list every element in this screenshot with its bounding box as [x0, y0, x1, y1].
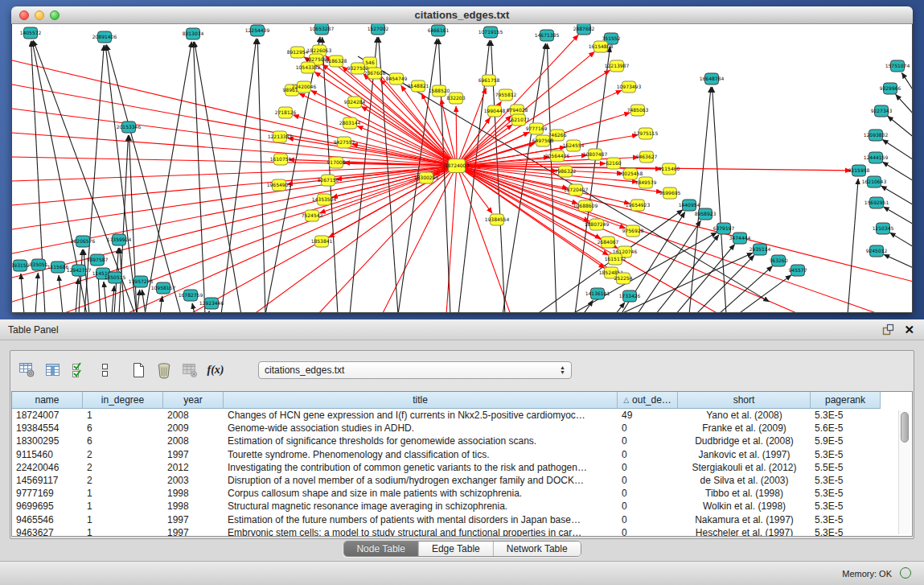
table-row[interactable]: 1830029562008Estimation of significance … [12, 435, 912, 447]
column-header-title[interactable]: title [224, 392, 618, 409]
graph-node-label: 15751074 [885, 63, 910, 68]
table-row[interactable]: 946362711997Embryonic stem cells: a mode… [12, 526, 912, 536]
selection-mode-button[interactable] [68, 360, 89, 381]
table-select-dropdown[interactable]: citations_edges.txt ▲▼ [258, 361, 572, 379]
graph-edge [318, 166, 457, 312]
delete-column-button[interactable] [154, 360, 175, 381]
column-header-in-degree[interactable]: in_degree [83, 392, 163, 409]
graph-node-label: 6497568 [532, 138, 554, 143]
table-cell: 0 [618, 474, 678, 487]
table-row[interactable]: 2242004622012Investigating the contribut… [12, 461, 912, 474]
graph-node-label: 20564436 [545, 153, 570, 159]
table-row[interactable]: 1456911722003Disruption of a novel membe… [12, 474, 912, 487]
column-header-name[interactable]: name [12, 392, 83, 409]
graph-node-label: 9827509 [306, 56, 327, 62]
graph-edge [884, 254, 912, 269]
graph-node-label: 7955812 [495, 92, 517, 97]
table-row[interactable]: 946554611997Estimation of the future num… [12, 513, 912, 526]
graph-edge [619, 253, 753, 312]
graph-node-label: 7986322 [555, 168, 577, 174]
table-row[interactable]: 1938455462009Genome-wide association stu… [12, 422, 912, 435]
table-row[interactable]: 1872400712008Changes of HCN gene express… [12, 409, 912, 422]
table-cell: 2 [83, 474, 163, 487]
table-cell: 9463627 [12, 526, 83, 536]
network-canvas[interactable]: 1405572208914068313074122544391065328715… [12, 24, 912, 312]
graph-node-label: 9148821 [408, 83, 429, 89]
close-window-button[interactable] [19, 10, 29, 20]
delete-table-button-disabled[interactable] [179, 360, 200, 381]
graph-node-label: 1849579 [635, 179, 657, 185]
table-cell: Estimation of the future numbers of pati… [224, 513, 618, 526]
graph-node-label: 9227343 [871, 108, 893, 113]
network-window-title: citations_edges.txt [11, 9, 913, 21]
tab-node-table[interactable]: Node Table [343, 542, 418, 556]
scrollbar-thumb[interactable] [901, 412, 909, 443]
graph-node-label: 6379197 [713, 225, 735, 231]
graph-node-label: 763260 [770, 257, 788, 263]
graph-node-label: 252254 [614, 275, 633, 281]
zoom-window-button[interactable] [50, 10, 60, 20]
table-cell: 2009 [163, 422, 224, 435]
tab-network-table[interactable]: Network Table [493, 542, 581, 556]
new-column-button[interactable] [128, 360, 149, 381]
graph-edge [12, 133, 457, 166]
table-cell: 1 [83, 513, 163, 526]
checkboxes-icon [70, 361, 88, 379]
graph-node-label: 8313074 [183, 31, 204, 36]
function-builder-button[interactable]: f(x) [205, 360, 226, 381]
close-panel-icon[interactable]: ✕ [904, 324, 914, 336]
row-height-button[interactable] [94, 360, 115, 381]
column-header-year[interactable]: year [163, 392, 224, 409]
graph-edge [288, 138, 457, 166]
table-cell: 5.3E-5 [811, 474, 881, 487]
graph-edge [883, 162, 912, 182]
graph-edge [896, 94, 912, 116]
window-controls [19, 10, 60, 20]
network-window-titlebar[interactable]: citations_edges.txt [11, 6, 913, 24]
table-row[interactable]: 977716911998Corpus callosum shape and si… [12, 487, 912, 500]
table-cell: 49 [618, 409, 678, 422]
table-row[interactable]: 969969511998Structural magnetic resonanc… [12, 500, 912, 513]
table-settings-button[interactable] [17, 360, 38, 381]
citation-graph[interactable]: 1405572208914068313074122544391065328715… [12, 24, 912, 312]
graph-node-label: 1527002 [368, 26, 389, 31]
graph-node-label: 9777169 [526, 126, 548, 131]
graph-edge [12, 166, 457, 302]
graph-node-label: 7524542 [302, 212, 323, 218]
table-panel-title: Table Panel [8, 324, 59, 336]
graph-node-label: 1624554 [563, 142, 585, 148]
table-cell: Nakamura et al. (1997) [678, 513, 811, 526]
vertical-scrollbar[interactable] [898, 410, 910, 534]
stacked-rows-icon [96, 361, 113, 379]
table-cell: de Silva et al. (2003) [678, 474, 811, 487]
graph-edge [119, 135, 128, 312]
float-panel-icon[interactable] [882, 323, 894, 336]
graph-node-label: 8454749 [386, 76, 408, 81]
graph-node-label: 10025458 [618, 171, 643, 176]
graph-node-label: 6961758 [478, 77, 500, 83]
tab-edge-table[interactable]: Edge Table [418, 542, 493, 556]
table-header-row: namein_degreeyeartitle△out_de…shortpager… [12, 392, 912, 409]
graph-edge [299, 93, 457, 166]
memory-status-indicator[interactable] [900, 567, 911, 579]
graph-edge [901, 72, 912, 93]
table-cell: Structural magnetic resonance image aver… [224, 500, 618, 513]
minimize-window-button[interactable] [35, 10, 44, 20]
graph-edge [76, 278, 78, 312]
graph-node-label: 18300295 [414, 175, 439, 180]
table-cell: 19384554 [12, 422, 83, 435]
column-header-out-de-[interactable]: △out_de… [618, 392, 678, 409]
graph-node-label: 12923446 [199, 300, 224, 306]
column-header-pagerank[interactable]: pagerank [811, 392, 881, 409]
graph-edge [888, 116, 912, 138]
table-row[interactable]: 911546021997Tourette syndrome. Phenomeno… [12, 448, 912, 461]
show-columns-button[interactable] [43, 360, 64, 381]
table-cell: 9465546 [12, 513, 83, 526]
table-cell: 5.3E-5 [811, 448, 881, 461]
table-cell: Tibbo et al. (1998) [678, 487, 811, 500]
graph-node-label: 1610755 [270, 156, 292, 162]
graph-node-label: 10543382 [296, 64, 321, 70]
column-header-short[interactable]: short [678, 392, 811, 409]
network-window[interactable]: citations_edges.txt 14055722089140683130… [11, 6, 913, 313]
table-type-tabs: Node TableEdge TableNetwork Table [343, 541, 581, 557]
